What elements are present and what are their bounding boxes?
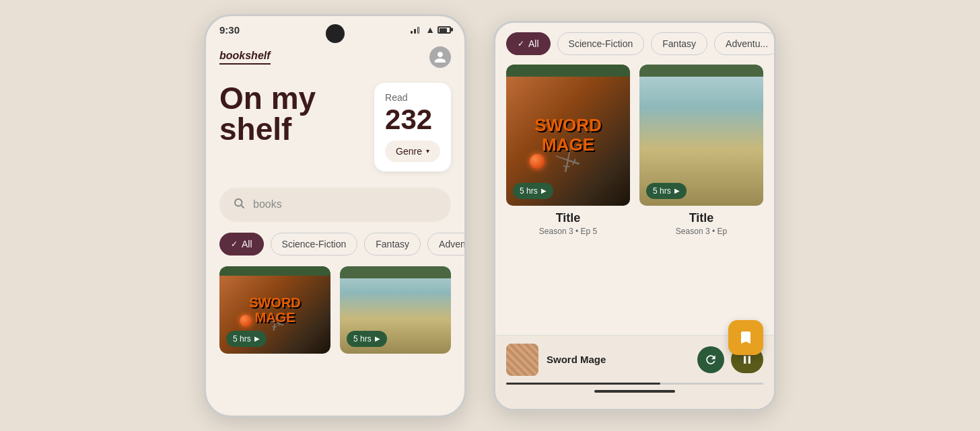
chip-sf-label: Science-Fiction [282, 239, 347, 249]
duration-text-2: 5 hrs [353, 334, 372, 344]
book-subtitle-2: Season 3 • Ep [642, 227, 761, 236]
chevron-down-icon: ▾ [426, 147, 429, 155]
chip-adv-label-2: Adventu... [726, 38, 768, 49]
book-card-sword-mage[interactable]: SWORDMAGE ⚔ 5 hrs ▶ [219, 266, 330, 354]
filter-chips: ✓ All Science-Fiction Fantasy Adventu... [206, 233, 464, 266]
chip-fantasy-label: Fantasy [376, 239, 409, 249]
camera-notch [326, 24, 345, 43]
chip-adv-2[interactable]: Adventu... [714, 32, 774, 55]
chip-sf-label-2: Science-Fiction [569, 38, 633, 49]
duration-badge-2: 5 hrs ▶ [347, 331, 387, 347]
chip-fantasy[interactable]: Fantasy [364, 233, 421, 256]
book-cover-sword-mage: SWORDMAGE ⚔ 5 hrs ▶ [219, 266, 330, 354]
sword-mage-title-2: SWORDMAGE [534, 116, 602, 154]
genre-button[interactable]: Genre ▾ [385, 141, 440, 162]
book-card-desert[interactable]: 5 hrs ▶ [340, 266, 451, 354]
read-card: Read 232 Genre ▾ [374, 83, 451, 171]
check-icon-2: ✓ [518, 39, 524, 48]
chip-adv-label: Adventu... [439, 239, 464, 249]
battery-icon [438, 26, 451, 34]
search-bar[interactable]: books [219, 188, 451, 222]
book-cover-desert: 5 hrs ▶ [340, 266, 451, 354]
wifi-icon: ▲ [425, 24, 435, 35]
thumb-art [506, 344, 538, 376]
search-container: books [206, 182, 464, 233]
chip-adventure[interactable]: Adventu... [427, 233, 464, 256]
phone-2-content: ✓ All Science-Fiction Fantasy Adventu... [495, 23, 774, 409]
read-count: 232 [385, 106, 440, 134]
book-cover-2-desert: 5 hrs ▶ [639, 65, 763, 206]
duration-text-3: 5 hrs [520, 186, 538, 196]
now-playing-title: Sword Mage [547, 354, 689, 365]
book-card-2-sword-mage[interactable]: SWORDMAGE ⚔ 5 hrs ▶ Title Season 3 • Ep … [506, 65, 630, 239]
avatar[interactable] [429, 46, 451, 68]
chip-all[interactable]: ✓ All [219, 233, 264, 256]
duration-badge-4: 5 hrs ▶ [646, 183, 687, 199]
duration-badge-1: 5 hrs ▶ [226, 331, 267, 347]
book-subtitle-1: Season 3 • Ep 5 [509, 227, 627, 236]
book-cover-2-sword-mage: SWORDMAGE ⚔ 5 hrs ▶ [506, 65, 630, 206]
svg-line-1 [241, 205, 244, 208]
read-label: Read [385, 92, 440, 103]
phone-2: ✓ All Science-Fiction Fantasy Adventu... [493, 21, 776, 411]
play-icon-3: ▶ [541, 187, 547, 194]
play-icon-1: ▶ [254, 335, 260, 342]
chip-all-label-2: All [528, 38, 539, 49]
duration-text-4: 5 hrs [653, 186, 671, 196]
app-logo: bookshelf [219, 50, 271, 65]
chip-all-label: All [242, 239, 252, 249]
book-info-2: Title Season 3 • Ep [639, 206, 763, 239]
duration-badge-3: 5 hrs ▶ [513, 183, 553, 199]
book-title-1: Title [509, 211, 627, 225]
chip-science-fiction[interactable]: Science-Fiction [271, 233, 358, 256]
orb-2 [530, 154, 545, 169]
chip-all-2[interactable]: ✓ All [506, 32, 551, 55]
status-icons: ▲ [411, 24, 451, 35]
cover-top-bar-2 [639, 65, 763, 77]
duration-text-1: 5 hrs [233, 334, 251, 344]
search-icon [233, 197, 245, 212]
books-grid: SWORDMAGE ⚔ 5 hrs ▶ 5 hrs [206, 266, 464, 354]
home-bar [594, 390, 675, 393]
genre-label: Genre [396, 146, 422, 157]
sword-mage-title: SWORDMAGE [249, 295, 301, 325]
home-indicator [506, 385, 763, 395]
status-time: 9:30 [219, 24, 240, 36]
hero-section: On my shelf Read 232 Genre ▾ [206, 76, 464, 182]
book-title-2: Title [642, 211, 761, 225]
play-icon-2: ▶ [375, 335, 380, 342]
phone-1: 9:30 ▲ bookshelf [204, 14, 466, 418]
svg-point-0 [235, 199, 242, 206]
books-grid-2: SWORDMAGE ⚔ 5 hrs ▶ Title Season 3 • Ep … [495, 65, 774, 239]
check-icon: ✓ [231, 239, 238, 249]
cover-top-bar [340, 266, 451, 278]
signal-icon [411, 26, 423, 34]
search-placeholder: books [253, 198, 282, 210]
hero-title: On my shelf [219, 83, 363, 145]
refresh-button[interactable] [697, 346, 724, 373]
chip-fantasy-2[interactable]: Fantasy [651, 32, 707, 55]
chip-sf-2[interactable]: Science-Fiction [557, 32, 645, 55]
chip-fantasy-label-2: Fantasy [662, 38, 696, 49]
now-playing-content: Sword Mage [506, 344, 763, 376]
book-info-1: Title Season 3 • Ep 5 [506, 206, 630, 239]
play-icon-4: ▶ [674, 187, 680, 194]
filter-chips-2: ✓ All Science-Fiction Fantasy Adventu... [495, 23, 774, 65]
now-playing-thumbnail [506, 344, 538, 376]
book-card-2-desert[interactable]: 5 hrs ▶ Title Season 3 • Ep [639, 65, 763, 239]
save-button[interactable] [728, 320, 763, 355]
app-header: bookshelf [206, 41, 464, 76]
